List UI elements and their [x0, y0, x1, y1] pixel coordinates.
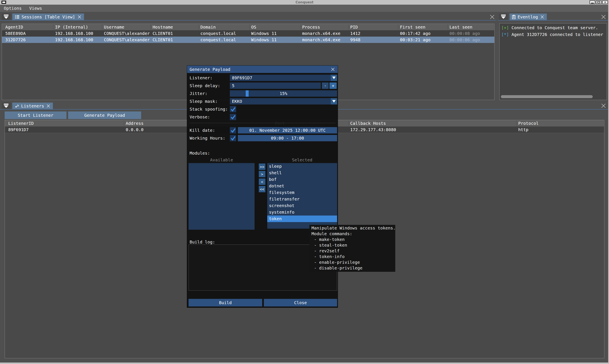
maximize-icon [597, 1, 600, 3]
move-all-left-button[interactable]: << [259, 186, 265, 192]
module-item[interactable]: sleep [267, 163, 337, 170]
eventlog-collapse-button[interactable] [499, 13, 508, 20]
move-right-button[interactable]: > [259, 171, 265, 177]
tab-eventlog[interactable]: Eventlog [510, 13, 547, 20]
menu-options[interactable]: Options [4, 6, 22, 11]
module-item[interactable]: filetransfer [267, 196, 337, 202]
table-list-icon [15, 15, 19, 19]
stack-spoofing-checkbox[interactable] [230, 106, 236, 112]
module-item[interactable]: bof [267, 176, 337, 183]
sessions-table-header: AgentID IP (Internal) Username Hostname … [2, 24, 494, 30]
sessions-collapse-button[interactable] [2, 13, 11, 20]
window-title: Conquest [0, 0, 609, 4]
column-header-hostname[interactable]: Hostname [151, 24, 199, 30]
tab-sessions[interactable]: Sessions [Table View] [12, 13, 84, 20]
build-button[interactable]: Build [188, 299, 262, 306]
close-icon: ✕ [604, 1, 607, 4]
eventlog-line: [*] Agent 312D7726 connected to listener [501, 31, 605, 38]
sleep-delay-increment-button[interactable]: + [330, 82, 337, 89]
cell-lastseen: 00:00:06 ago [448, 37, 494, 43]
jitter-label: Jitter: [190, 90, 207, 97]
jitter-slider[interactable]: 15% [230, 90, 337, 97]
eventlog-prefix: [+] [501, 25, 509, 30]
listeners-collapse-button[interactable] [2, 103, 11, 109]
column-header-process[interactable]: Process [301, 24, 348, 30]
cell-os: Windows 11 [250, 30, 301, 37]
dialog-titlebar[interactable]: Generate Payload [187, 65, 338, 73]
cell-pid: 9948 [348, 37, 398, 43]
tab-sessions-close-icon[interactable] [77, 15, 81, 19]
start-listener-button[interactable]: Start Listener [5, 111, 66, 119]
eventlog-horizontal-scrollbar[interactable] [501, 95, 593, 98]
column-header-agentid[interactable]: AgentID [2, 24, 53, 30]
move-all-right-button[interactable]: >> [259, 164, 265, 170]
kill-date-field[interactable]: 01. November 2025 12:00:00 UTC [238, 127, 337, 133]
eventlog-panel-close-icon[interactable] [601, 14, 606, 19]
tab-listeners-label: Listeners [21, 104, 44, 108]
tab-eventlog-close-icon[interactable] [540, 15, 544, 19]
dialog-close-icon[interactable] [331, 67, 335, 72]
column-header-listenerid[interactable]: ListenerID [5, 120, 124, 127]
tooltip-line: - disable-privilege [311, 265, 393, 271]
working-hours-checkbox[interactable] [230, 135, 236, 141]
chevron-down-icon [3, 104, 9, 108]
column-header-os[interactable]: OS [250, 24, 301, 30]
sleep-mask-dropdown-button[interactable] [331, 98, 337, 104]
broadcast-icon [15, 104, 19, 108]
modules-label: Modules: [190, 150, 210, 156]
module-item[interactable]: dotnet [267, 183, 337, 189]
working-hours-field[interactable]: 09:00 - 17:00 [238, 135, 337, 141]
sessions-panel-close-icon[interactable] [490, 14, 495, 19]
module-item[interactable]: shell [267, 170, 337, 176]
sleep-mask-combobox[interactable]: EKKO [230, 98, 337, 104]
clipboard-icon [512, 15, 516, 19]
module-item[interactable]: systeminfo [267, 209, 337, 216]
column-header-domain[interactable]: Domain [199, 24, 250, 30]
tab-listeners[interactable]: Listeners [12, 103, 53, 109]
sessions-tab-underline [0, 20, 496, 21]
module-item-highlighted[interactable]: token [267, 216, 337, 222]
kill-date-label: Kill date: [190, 127, 215, 133]
sleep-delay-value: 5 [230, 82, 321, 89]
cell-ip: 192.168.168.100 [53, 30, 102, 37]
column-header-ip[interactable]: IP (Internal) [53, 24, 102, 30]
cell-ip: 192.168.168.100 [53, 37, 102, 43]
listeners-panel-close-icon[interactable] [601, 103, 606, 108]
cell-hostname: CLIENT01 [151, 37, 199, 43]
cell-process: monarch.x64.exe [301, 37, 348, 43]
cell-os: Windows 11 [250, 37, 301, 43]
checkmark-icon [230, 135, 236, 141]
column-header-pid[interactable]: PID [348, 24, 398, 30]
move-left-button[interactable]: < [259, 179, 265, 185]
column-header-username[interactable]: Username [102, 24, 151, 30]
column-header-protocol[interactable]: Protocol [516, 120, 604, 127]
session-row[interactable]: 58EE89DA 192.168.168.100 CONQUEST\alexan… [2, 30, 494, 37]
available-modules-list[interactable] [188, 163, 254, 230]
maximize-button[interactable] [596, 0, 602, 4]
module-item[interactable]: screenshot [267, 202, 337, 209]
close-dialog-button[interactable]: Close [264, 299, 337, 306]
sleep-delay-decrement-button[interactable]: - [322, 82, 329, 89]
tab-eventlog-label: Eventlog [517, 14, 538, 19]
session-row-selected[interactable]: 312D7726 192.168.168.100 CONQUEST\alexan… [2, 37, 494, 43]
minimize-button[interactable] [590, 0, 595, 4]
eventlog-line: [+] Connected to Conquest team server. [501, 24, 605, 31]
column-header-firstseen[interactable]: First seen [398, 24, 448, 30]
column-header-lastseen[interactable]: Last seen [448, 24, 494, 30]
tooltip-line: - enable-privilege [311, 260, 393, 265]
verbose-checkbox[interactable] [230, 114, 236, 120]
jitter-value: 15% [230, 90, 337, 97]
column-header-callbackhosts[interactable]: Callback Hosts [348, 120, 516, 127]
module-tooltip: Manipulate Windows access tokens. Module… [309, 225, 395, 272]
kill-date-checkbox[interactable] [230, 127, 236, 133]
close-button[interactable]: ✕ [602, 0, 608, 4]
generate-payload-button[interactable]: Generate Payload [68, 111, 141, 119]
listener-dropdown-button[interactable] [331, 75, 337, 81]
module-item[interactable]: filesystem [267, 189, 337, 196]
tab-listeners-close-icon[interactable] [46, 104, 50, 108]
tooltip-line: - make-token [311, 237, 393, 242]
sleep-delay-input[interactable]: 5 [230, 82, 321, 89]
menu-views[interactable]: Views [29, 6, 42, 11]
listener-combobox[interactable]: 89F691D7 [230, 75, 337, 81]
working-hours-label: Working Hours: [190, 135, 225, 141]
